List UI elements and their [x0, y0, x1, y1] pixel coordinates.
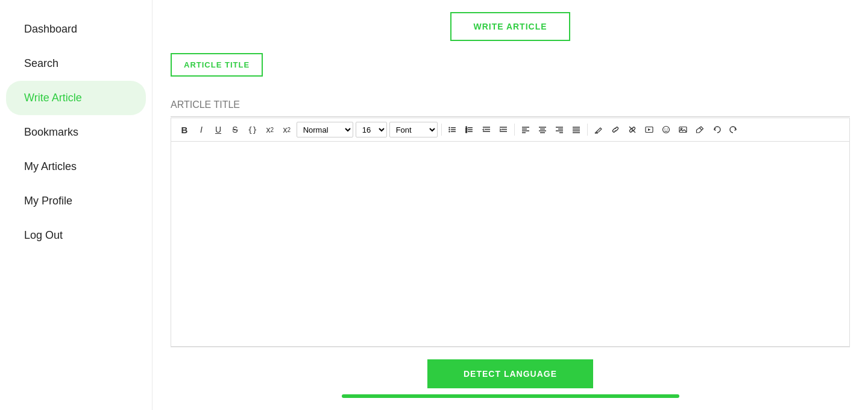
italic-button[interactable]: I — [194, 122, 209, 137]
subscript-button[interactable]: x2 — [280, 122, 294, 137]
embed-button[interactable] — [642, 122, 656, 137]
unlink-button[interactable] — [625, 122, 640, 137]
image-icon — [679, 125, 687, 134]
superscript-button[interactable]: x2 — [263, 122, 277, 137]
align-left-icon — [521, 125, 530, 134]
svg-rect-41 — [679, 127, 687, 133]
emoji-button[interactable] — [659, 122, 673, 137]
justify-icon — [572, 125, 580, 134]
sidebar-item-log-out[interactable]: Log Out — [0, 218, 152, 253]
sidebar-item-dashboard[interactable]: Dashboard — [0, 12, 152, 46]
format-select[interactable]: Normal Heading 1 Heading 2 Heading 3 — [297, 122, 353, 137]
svg-point-39 — [664, 128, 665, 130]
redo-icon — [729, 125, 738, 134]
sidebar-item-search[interactable]: Search — [0, 46, 152, 81]
size-select[interactable]: 16 12 14 18 24 — [356, 122, 387, 137]
increase-indent-icon — [499, 125, 508, 134]
svg-rect-0 — [451, 127, 456, 128]
sidebar-item-write-article[interactable]: Write Article — [6, 81, 146, 115]
svg-rect-8 — [468, 131, 473, 133]
font-select[interactable]: Font Arial Times New Roman Courier New — [389, 122, 438, 137]
toolbar-separator-1 — [441, 124, 442, 136]
clear-button[interactable] — [693, 122, 707, 137]
align-center-button[interactable] — [535, 122, 550, 137]
toolbar-separator-3 — [587, 124, 588, 136]
detect-language-button[interactable]: DETECT LANGUAGE — [427, 359, 593, 388]
editor-content-area[interactable] — [171, 142, 850, 347]
svg-point-40 — [667, 128, 668, 130]
svg-rect-1 — [451, 129, 456, 130]
svg-text:3: 3 — [465, 130, 467, 133]
undo-icon — [712, 125, 721, 134]
redo-button[interactable] — [726, 122, 741, 137]
unlink-icon — [628, 125, 637, 134]
svg-point-38 — [662, 127, 669, 133]
sidebar-item-bookmarks[interactable]: Bookmarks — [0, 115, 152, 150]
link-button[interactable] — [608, 122, 623, 137]
ordered-list-icon: 1 2 3 — [465, 125, 474, 134]
image-button[interactable] — [676, 122, 690, 137]
toolbar-separator-2 — [514, 124, 515, 136]
undo-button[interactable] — [709, 122, 724, 137]
bottom-section: DETECT LANGUAGE — [171, 347, 850, 398]
code-button[interactable]: {} — [245, 122, 260, 137]
sidebar-item-my-articles[interactable]: My Articles — [0, 150, 152, 184]
write-article-button[interactable]: WRITE ARTICLE — [450, 12, 570, 41]
editor-toolbar: B I U S {} x2 x2 Normal Heading 1 Headin… — [171, 118, 850, 142]
justify-button[interactable] — [569, 122, 583, 137]
svg-rect-7 — [468, 129, 473, 130]
emoji-icon — [662, 125, 670, 134]
increase-indent-button[interactable] — [496, 122, 511, 137]
decrease-indent-icon — [482, 125, 491, 134]
align-right-icon — [555, 125, 564, 134]
eraser-icon — [696, 125, 704, 134]
strikethrough-button[interactable]: S — [228, 122, 242, 137]
svg-marker-37 — [648, 128, 651, 131]
svg-point-42 — [681, 128, 682, 129]
svg-rect-6 — [468, 127, 473, 128]
svg-point-4 — [448, 129, 450, 130]
highlight-icon — [594, 125, 603, 134]
sidebar: Dashboard Search Write Article Bookmarks… — [0, 0, 153, 410]
ordered-list-button[interactable]: 1 2 3 — [462, 122, 477, 137]
link-icon — [611, 125, 620, 134]
align-center-icon — [538, 125, 547, 134]
bold-button[interactable]: B — [177, 122, 192, 137]
align-left-button[interactable] — [518, 122, 533, 137]
main-content: WRITE ARTICLE ARTICLE TITLE B I U S {} x… — [153, 0, 868, 410]
svg-point-5 — [448, 131, 450, 132]
svg-point-3 — [448, 127, 450, 128]
top-bar: WRITE ARTICLE — [171, 12, 850, 41]
decrease-indent-button[interactable] — [479, 122, 494, 137]
article-title-tab[interactable]: ARTICLE TITLE — [171, 53, 263, 77]
highlight-button[interactable] — [591, 122, 606, 137]
progress-bar — [342, 394, 679, 398]
unordered-list-button[interactable] — [445, 122, 460, 137]
align-right-button[interactable] — [552, 122, 567, 137]
svg-rect-2 — [451, 131, 456, 133]
underline-button[interactable]: U — [211, 122, 225, 137]
unordered-list-icon — [448, 125, 457, 134]
article-title-input[interactable] — [171, 93, 850, 117]
embed-icon — [645, 125, 653, 134]
svg-line-43 — [699, 128, 702, 130]
sidebar-item-my-profile[interactable]: My Profile — [0, 184, 152, 218]
